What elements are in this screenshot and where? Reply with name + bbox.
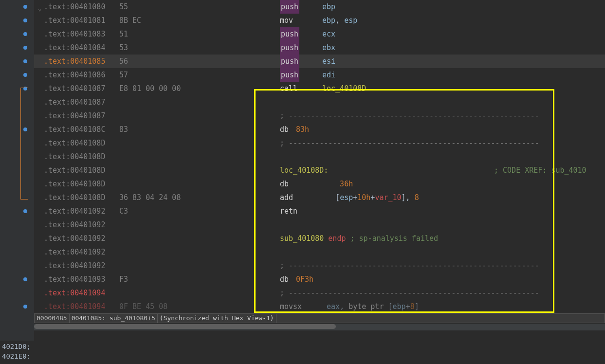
operands: ebp, esp [322,14,357,27]
mnemonic: mov [280,14,293,27]
bytes-text: 36 83 04 24 08 [119,191,181,204]
mnemonic: db [280,123,293,136]
disasm-line[interactable]: .text:004010940F BE 45 08movsx eax, byte… [34,300,605,313]
sub-endp-line: sub_401080 endp ; sp-analysis failed [280,232,438,245]
breakpoint-dot[interactable] [23,277,27,281]
disasm-line[interactable]: .text:0040108Ddb 36h [34,177,605,191]
operands: loc_40108D [322,82,366,95]
breakpoint-dot[interactable] [23,305,27,309]
disasm-line[interactable]: .text:0040108556pushesi [34,55,605,68]
address-text: .text:00401094 [44,286,105,300]
address-text: .text:00401083 [44,27,105,41]
mnemonic: db [280,177,289,191]
bytes-text: 51 [119,27,128,41]
bytes-text: 53 [119,41,128,55]
divider-comment: ; --------------------------------------… [280,109,539,123]
output-panel[interactable]: 4021D0; 4021E0: [0,341,605,364]
bytes-text: 8B EC [119,14,141,27]
address-text: .text:00401092 [44,218,105,232]
disassembly-view[interactable]: ⌄.text:0040108055pushebp.text:004010818B… [0,0,605,341]
breakpoint-dot[interactable] [23,32,27,36]
mnemonic: movsx [280,300,302,313]
gutter [0,0,34,341]
mnemonic: add [280,191,293,204]
breakpoint-dot[interactable] [23,59,27,63]
operands: [esp+10h+var_10], 8 [322,191,419,204]
disasm-line[interactable]: .text:0040108351pushecx [34,27,605,41]
bytes-text: 55 [119,0,128,14]
disasm-line[interactable]: .text:0040108Dloc_40108D:; CODE XREF: su… [34,164,605,177]
bytes-text: C3 [119,204,128,218]
mnemonic: push [280,55,299,68]
operands: esi [322,55,335,68]
scrollbar-thumb[interactable] [34,324,336,329]
disasm-line[interactable]: ⌄.text:0040108055pushebp [34,0,605,14]
mnemonic: push [280,68,299,82]
divider-comment: ; --------------------------------------… [280,286,539,300]
address-text: .text:00401080 [44,0,105,14]
address-text: .text:0040108C [44,123,105,136]
mnemonic: push [280,0,299,14]
disasm-line[interactable]: .text:00401087 [34,95,605,109]
address-text: .text:0040108D [44,136,105,150]
divider-comment: ; --------------------------------------… [280,259,539,273]
bytes-text: 56 [119,55,128,68]
bytes-text: 0F BE 45 08 [119,300,167,313]
breakpoint-dot[interactable] [23,209,27,213]
breakpoint-dot[interactable] [23,73,27,77]
operands: eax, byte ptr [ebp+8] [322,300,419,313]
mnemonic: retn [280,204,297,218]
address-text: .text:00401085 [44,55,105,68]
disasm-line[interactable]: .text:00401092 [34,218,605,232]
horizontal-scrollbar[interactable] [34,324,605,330]
address-text: .text:00401092 [44,204,105,218]
breakpoint-dot[interactable] [23,18,27,22]
address-text: .text:00401093 [44,273,105,286]
code-pane[interactable]: ⌄.text:0040108055pushebp.text:004010818B… [34,0,605,341]
disasm-line[interactable]: .text:00401092C3retn [34,204,605,218]
output-line: 4021D0; [2,342,603,351]
status-bar: 0000048500401085: sub_401080+5(Synchroni… [34,313,605,323]
breakpoint-dot[interactable] [23,46,27,50]
operands: ebp [322,0,335,14]
operands: 83h [296,123,309,136]
disasm-line[interactable]: .text:0040108D36 83 04 24 08add [esp+10h… [34,191,605,204]
disasm-line[interactable]: .text:00401092sub_401080 endp ; sp-analy… [34,232,605,245]
operands: 36h [322,177,353,191]
address-text: .text:0040108D [44,164,105,177]
disasm-line[interactable]: .text:00401092; ------------------------… [34,259,605,273]
mnemonic: push [280,41,299,55]
operands: edi [322,68,335,82]
flow-arrow [20,88,28,200]
operands: 0F3h [296,273,313,286]
bytes-text: F3 [119,273,128,286]
address-text: .text:00401092 [44,245,105,259]
xref-comment[interactable]: ; CODE XREF: sub_4010 [494,164,587,177]
bytes-text: 57 [119,68,128,82]
operands: ecx [322,27,335,41]
address-text: .text:00401087 [44,109,105,123]
disasm-line[interactable]: .text:00401094; ------------------------… [34,286,605,300]
disasm-line[interactable]: .text:00401092 [34,245,605,259]
disasm-line[interactable]: .text:0040108D; ------------------------… [34,136,605,150]
divider-comment: ; --------------------------------------… [280,136,539,150]
address-text: .text:00401086 [44,68,105,82]
disasm-line[interactable]: .text:0040108657pushedi [34,68,605,82]
address-text: .text:0040108D [44,177,105,191]
disasm-line[interactable]: .text:0040108C83db 83h [34,123,605,136]
bytes-text: E8 01 00 00 00 [119,82,181,95]
disasm-line[interactable]: .text:004010818B ECmovebp, esp [34,14,605,27]
disasm-line[interactable]: .text:0040108453pushebx [34,41,605,55]
location-label[interactable]: loc_40108D: [280,164,328,177]
address-text: .text:00401084 [44,41,105,55]
disasm-line[interactable]: .text:0040108D [34,150,605,164]
address-text: .text:00401087 [44,82,105,95]
bytes-text: 83 [119,123,128,136]
status-offset: 00000485 [35,314,70,323]
disasm-line[interactable]: .text:00401087; ------------------------… [34,109,605,123]
status-sync: (Synchronized with Hex View-1) [158,314,276,323]
mnemonic: push [280,27,299,41]
disasm-line[interactable]: .text:00401087E8 01 00 00 00callloc_4010… [34,82,605,95]
disasm-line[interactable]: .text:00401093F3db 0F3h [34,273,605,286]
breakpoint-dot[interactable] [23,5,27,9]
